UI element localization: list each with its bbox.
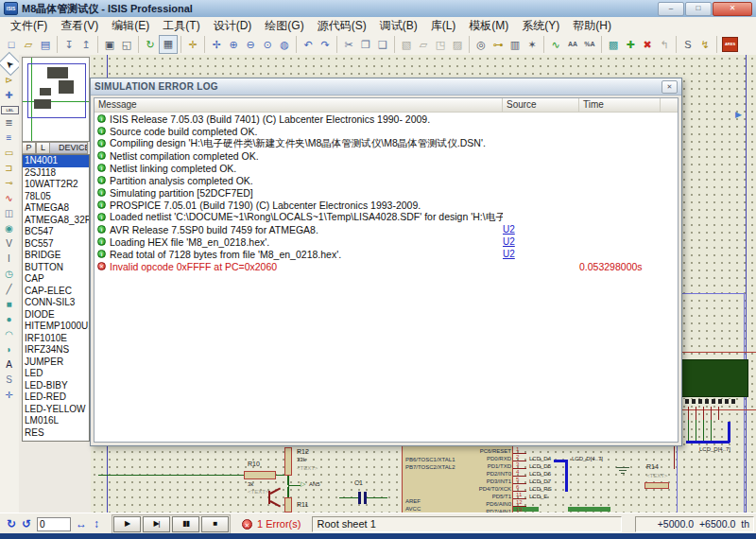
- source-link[interactable]: U2: [503, 224, 579, 235]
- 2d-arc-icon[interactable]: ◠: [1, 327, 17, 341]
- list-item[interactable]: ATMEGA8_32PIN: [23, 215, 89, 227]
- log-row[interactable]: iLoaded netlist 'C:\DOCUME~1\Rong\LOCALS…: [94, 211, 678, 223]
- log-row[interactable]: iRead total of 7128 bytes from file 'M8_…: [94, 248, 678, 260]
- maximize-button[interactable]: □: [685, 2, 712, 16]
- block-copy-icon[interactable]: ▧: [398, 36, 415, 53]
- marker-mode-icon[interactable]: ✛: [1, 388, 17, 402]
- resistor-r14[interactable]: [644, 482, 669, 489]
- device-pin-icon[interactable]: ⊸: [1, 176, 17, 190]
- list-item[interactable]: BUTTON: [23, 262, 89, 274]
- wire-autorouter-icon[interactable]: ∿: [547, 36, 564, 53]
- pick-device-icon[interactable]: ◎: [472, 36, 490, 53]
- list-item[interactable]: JUMPER: [23, 356, 89, 369]
- tape-recorder-icon[interactable]: ◫: [1, 206, 17, 220]
- capacitor-c1[interactable]: [358, 492, 361, 504]
- minimize-button[interactable]: –: [658, 2, 684, 16]
- decompose-icon[interactable]: ✶: [524, 36, 541, 53]
- list-item[interactable]: LM016L: [23, 415, 89, 427]
- make-device-icon[interactable]: ⊶: [490, 36, 507, 53]
- print-icon[interactable]: ▣: [101, 36, 118, 53]
- pan-icon[interactable]: ✢: [208, 36, 225, 53]
- block-delete-icon[interactable]: ▨: [449, 36, 466, 53]
- junction-dot-icon[interactable]: ✚: [1, 88, 17, 102]
- current-probe-icon[interactable]: I: [1, 252, 17, 266]
- menu-graph[interactable]: 绘图(G): [258, 17, 310, 35]
- step-button[interactable]: ▶|: [143, 516, 170, 532]
- menu-tools[interactable]: 工具(T): [156, 17, 206, 35]
- list-item[interactable]: CAP-ELEC: [23, 286, 89, 298]
- library-button[interactable]: L: [36, 142, 50, 154]
- list-item[interactable]: 78L05: [23, 191, 89, 203]
- simulation-error-log-dialog[interactable]: SIMULATION ERROR LOG ✕ Message Source Ti…: [90, 78, 682, 446]
- build-project-icon[interactable]: ↯: [696, 36, 713, 53]
- voltage-probe-icon[interactable]: V: [1, 236, 17, 251]
- copy-icon[interactable]: ❐: [357, 36, 374, 53]
- zoom-area-icon[interactable]: ◍: [276, 36, 293, 53]
- remove-sheet-icon[interactable]: ✖: [639, 36, 656, 53]
- list-item[interactable]: RES: [23, 427, 89, 440]
- 2d-symbol-icon[interactable]: S: [1, 373, 17, 387]
- windows-taskbar-edge[interactable]: [0, 533, 756, 539]
- wire-label-icon[interactable]: LBL: [1, 106, 19, 114]
- log-row[interactable]: iCompiling design 'H:\电子硬件类\新建文件夹\M8晶体管测…: [94, 137, 678, 149]
- list-item[interactable]: BRIDGE: [23, 250, 89, 262]
- list-item[interactable]: ATMEGA8: [23, 202, 89, 215]
- save-icon[interactable]: ▤: [37, 36, 54, 53]
- column-header-time[interactable]: Time: [579, 98, 661, 112]
- menu-debug[interactable]: 调试(B): [373, 17, 424, 35]
- component-list[interactable]: 1N4001 2SJ118 10WATT2R2 78L05 ATMEGA8 AT…: [22, 154, 90, 442]
- flip-horizontal-icon[interactable]: ↔: [74, 517, 89, 530]
- 2d-circle-icon[interactable]: ●: [1, 312, 17, 326]
- block-rotate-icon[interactable]: ◳: [432, 36, 449, 53]
- property-assignment-icon[interactable]: %A: [581, 36, 598, 53]
- 2d-path-icon[interactable]: ◗: [1, 342, 17, 356]
- zoom-out-icon[interactable]: ⊖: [242, 36, 259, 53]
- resistor-r10[interactable]: [244, 471, 276, 479]
- list-item[interactable]: BC547: [23, 226, 89, 238]
- menu-help[interactable]: 帮助(H): [566, 17, 618, 35]
- menu-design[interactable]: 设计(D): [207, 17, 259, 35]
- log-row[interactable]: iSimulating partition [52DCF7ED]: [94, 186, 678, 199]
- resistor-r11[interactable]: [284, 497, 292, 513]
- column-header-source[interactable]: Source: [503, 98, 579, 112]
- list-item[interactable]: BC557: [23, 238, 89, 251]
- log-row[interactable]: iNetlist compilation completed OK.: [94, 149, 678, 162]
- log-row[interactable]: iLoading HEX file 'M8_en_0218.hex'.U2: [94, 235, 678, 248]
- menu-source[interactable]: 源代码(S): [311, 17, 373, 35]
- play-button[interactable]: ▶: [113, 516, 141, 532]
- new-sheet-icon[interactable]: ✚: [622, 36, 639, 53]
- dialog-close-icon[interactable]: ✕: [662, 80, 678, 94]
- redo-icon[interactable]: ↷: [317, 36, 334, 53]
- schematic-overview-minimap[interactable]: [22, 57, 90, 142]
- list-item[interactable]: 2SJ118: [23, 167, 89, 180]
- rotate-counterclockwise-icon[interactable]: ↺: [19, 517, 34, 530]
- generator-mode-icon[interactable]: ◉: [1, 221, 17, 235]
- title-bar[interactable]: ISIS M8晶体管测试仪 - ISIS Professional – □ ✕: [0, 0, 756, 18]
- pick-button[interactable]: P: [22, 142, 36, 154]
- goto-sheet-icon[interactable]: ↰: [656, 36, 673, 53]
- toggle-grid-icon[interactable]: ▦: [159, 35, 178, 54]
- log-row[interactable]: iNetlist linking completed OK.: [94, 162, 678, 174]
- export-icon[interactable]: ↥: [77, 36, 94, 53]
- redraw-icon[interactable]: ↻: [142, 36, 159, 53]
- subcircuit-icon[interactable]: ▭: [1, 146, 17, 160]
- 2d-text-icon[interactable]: A: [1, 357, 17, 372]
- list-item[interactable]: 1N4001: [23, 155, 89, 167]
- mark-output-area-icon[interactable]: ◱: [118, 36, 135, 53]
- log-row[interactable]: iISIS Release 7.05.03 (Build 7401) (C) L…: [94, 113, 678, 125]
- view-source-icon[interactable]: S: [679, 36, 696, 53]
- import-icon[interactable]: ↧: [60, 36, 77, 53]
- graph-mode-icon[interactable]: ∿: [1, 191, 17, 205]
- cut-icon[interactable]: ✂: [340, 36, 357, 53]
- zoom-all-icon[interactable]: ⊙: [259, 36, 276, 53]
- list-item[interactable]: IRFZ34NS: [23, 344, 89, 356]
- menu-file[interactable]: 文件(F): [4, 17, 54, 35]
- 2d-box-icon[interactable]: ■: [1, 297, 17, 311]
- 2d-line-icon[interactable]: ╱: [1, 282, 17, 296]
- menu-system[interactable]: 系统(Y): [515, 17, 566, 35]
- log-row[interactable]: iPartition analysis completed OK.: [94, 174, 678, 186]
- close-button[interactable]: ✕: [713, 2, 752, 16]
- rotate-clockwise-icon[interactable]: ↻: [4, 517, 19, 530]
- resistor-r12[interactable]: [284, 447, 292, 476]
- menu-view[interactable]: 查看(V): [54, 17, 105, 35]
